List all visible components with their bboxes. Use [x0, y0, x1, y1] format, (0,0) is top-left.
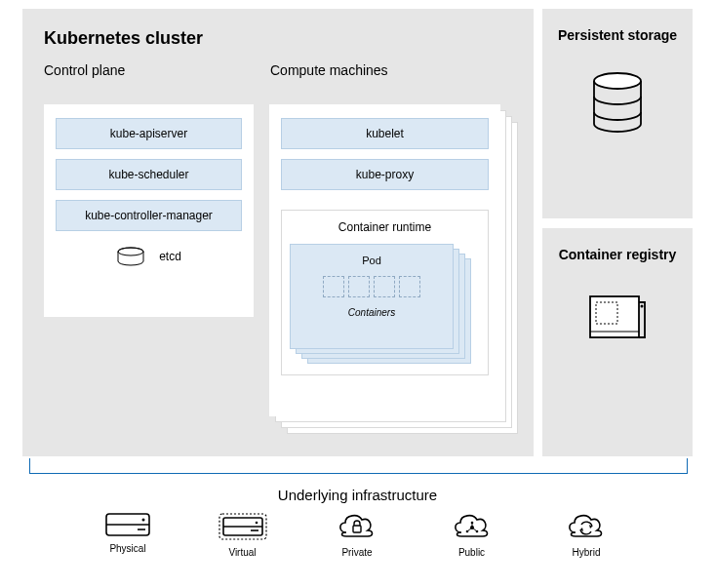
svg-rect-16 — [353, 526, 361, 532]
etcd-row: etcd — [56, 247, 242, 266]
kube-controller-manager: kube-controller-manager — [56, 200, 242, 231]
etcd-disk-icon — [116, 247, 145, 266]
infra-label: Private — [341, 547, 372, 558]
persistent-storage-box: Persistent storage — [542, 9, 693, 218]
compute-machines-heading: Compute machines — [270, 62, 388, 78]
database-icon — [589, 71, 646, 134]
container-box — [374, 276, 395, 297]
svg-point-9 — [142, 519, 145, 522]
cluster-title: Kubernetes cluster — [44, 28, 520, 49]
kubelet: kubelet — [281, 118, 489, 149]
infra-label: Public — [458, 547, 485, 558]
compute-machines-stack: kubelet kube-proxy Container runtime Pod — [269, 104, 518, 434]
pod-title: Pod — [362, 255, 381, 266]
kube-proxy: kube-proxy — [281, 159, 489, 190]
infra-label: Hybrid — [573, 547, 601, 558]
infra-item-private: Private — [313, 512, 401, 558]
infra-item-virtual: Virtual — [199, 512, 287, 558]
hybrid-cloud-icon — [564, 512, 609, 541]
container-box — [348, 276, 370, 297]
container-registry-title: Container registry — [559, 246, 677, 263]
public-cloud-icon — [450, 512, 495, 541]
container-runtime-box: Container runtime Pod Containers — [281, 210, 489, 375]
control-plane-box: kube-apiserver kube-scheduler kube-contr… — [44, 104, 254, 317]
compute-machine-card: kubelet kube-proxy Container runtime Pod — [269, 104, 500, 416]
container-runtime-title: Container runtime — [290, 220, 480, 234]
pod-card: Pod Containers — [290, 244, 454, 349]
etcd-label: etcd — [159, 250, 181, 263]
infrastructure-title: Underlying infrastructure — [0, 487, 715, 503]
kube-scheduler: kube-scheduler — [56, 159, 242, 190]
virtual-server-icon — [218, 512, 268, 541]
private-cloud-icon — [335, 512, 379, 541]
containers-row — [323, 276, 420, 297]
infra-item-hybrid: Hybrid — [542, 512, 630, 558]
infra-label: Physical — [109, 543, 145, 554]
registry-icon — [587, 291, 648, 343]
container-box — [399, 276, 420, 297]
kube-apiserver: kube-apiserver — [56, 118, 242, 149]
infra-item-public: Public — [428, 512, 516, 558]
kubernetes-cluster: Kubernetes cluster Control plane Compute… — [22, 9, 534, 456]
infra-label: Virtual — [228, 547, 256, 558]
svg-point-4 — [641, 305, 644, 308]
containers-label: Containers — [348, 307, 395, 318]
infra-item-physical: Physical — [84, 512, 172, 558]
svg-point-2 — [594, 73, 641, 89]
server-icon — [104, 512, 151, 537]
infrastructure-row: Physical Virtual Private — [84, 512, 630, 558]
pods-stack: Pod Containers — [290, 244, 480, 363]
infrastructure-bracket — [29, 458, 688, 474]
svg-point-14 — [255, 522, 258, 525]
container-registry-box: Container registry — [542, 228, 693, 456]
container-box — [323, 276, 344, 297]
persistent-storage-title: Persistent storage — [558, 26, 677, 44]
control-plane-heading: Control plane — [44, 62, 270, 78]
cluster-subheadings: Control plane Compute machines — [44, 62, 520, 78]
